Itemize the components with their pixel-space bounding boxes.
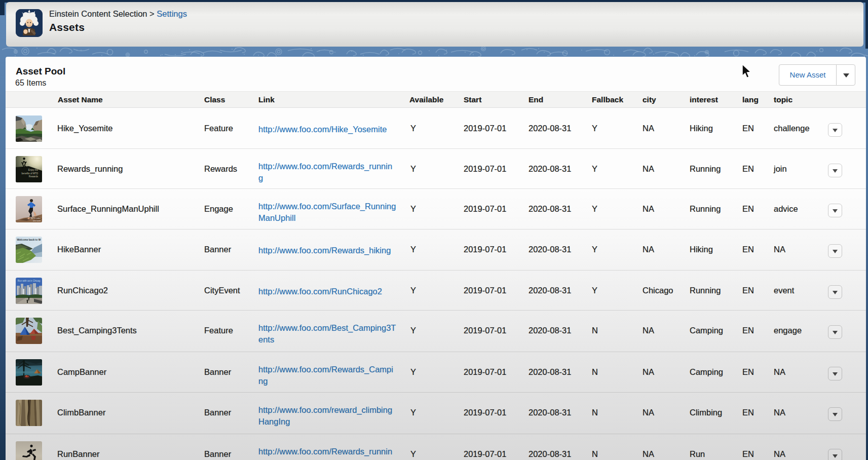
svg-text:Enjoy the: Enjoy the	[28, 169, 39, 171]
svg-text:benefits of MTD: benefits of MTD	[22, 172, 39, 175]
svg-text:Welcome back to W: Welcome back to W	[17, 238, 41, 241]
svg-text:Rewards: Rewards	[29, 175, 39, 178]
svg-text:are here: are here	[33, 219, 41, 222]
svg-text:Run with us in Chicag: Run with us in Chicag	[18, 280, 41, 282]
